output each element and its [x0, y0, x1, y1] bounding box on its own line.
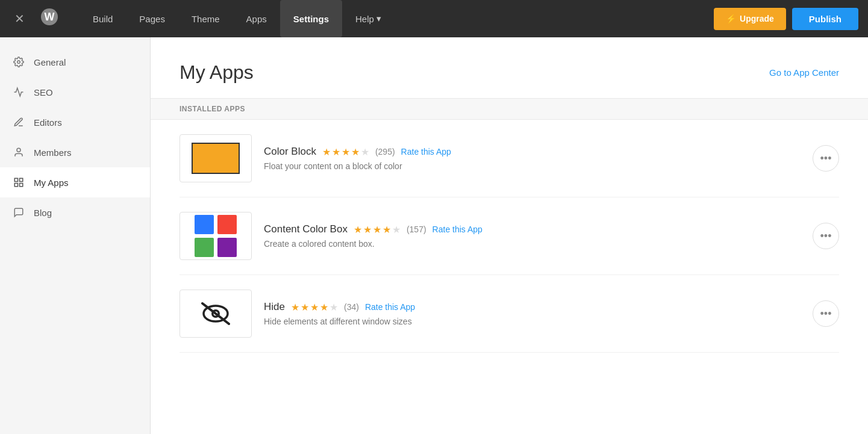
ellipsis-icon: ••• — [820, 152, 832, 165]
app-name-row: Hide ★ ★ ★ ★ ★ (34) Rate this App — [264, 301, 801, 313]
svg-rect-6 — [20, 184, 23, 187]
upgrade-button[interactable]: ⚡ Upgrade — [714, 8, 786, 30]
star-3: ★ — [373, 224, 381, 235]
app-menu-button[interactable]: ••• — [813, 223, 839, 249]
app-count: (295) — [375, 147, 395, 157]
section-header: INSTALLED APPS — [151, 98, 868, 120]
lightning-icon: ⚡ — [726, 14, 736, 23]
app-stars: ★ ★ ★ ★ ★ — [354, 224, 401, 235]
sidebar-label-editors: Editors — [34, 117, 62, 128]
app-name-row: Content Color Box ★ ★ ★ ★ ★ (157) Rate t… — [264, 223, 801, 235]
ccb-grid — [189, 212, 243, 260]
publish-button[interactable]: Publish — [792, 8, 858, 30]
star-2: ★ — [332, 146, 340, 158]
nav-build[interactable]: Build — [80, 0, 126, 37]
sidebar-label-blog: Blog — [34, 208, 52, 218]
ccb-cell-3 — [195, 238, 214, 257]
app-info-color-block: Color Block ★ ★ ★ ★ ★ (295) Rate this Ap… — [264, 146, 801, 171]
svg-rect-5 — [14, 184, 17, 187]
hide-svg-icon — [195, 299, 237, 329]
nav-pages[interactable]: Pages — [126, 0, 178, 37]
grid-icon — [12, 176, 25, 189]
star-4: ★ — [351, 146, 360, 158]
rate-this-app-link[interactable]: Rate this App — [432, 225, 482, 234]
top-nav: ✕ W Build Pages Theme Apps Settings Help… — [0, 0, 868, 37]
star-4: ★ — [320, 302, 328, 313]
app-stars: ★ ★ ★ ★ ★ — [291, 302, 338, 313]
star-4: ★ — [382, 224, 391, 235]
logo: W — [39, 6, 60, 32]
app-item-color-block: Color Block ★ ★ ★ ★ ★ (295) Rate this Ap… — [180, 120, 839, 197]
star-3: ★ — [310, 302, 319, 313]
star-1: ★ — [354, 224, 362, 235]
star-2: ★ — [301, 302, 309, 313]
app-count: (34) — [344, 302, 359, 312]
app-stars: ★ ★ ★ ★ ★ — [322, 146, 369, 158]
nav-apps[interactable]: Apps — [233, 0, 280, 37]
chat-icon — [12, 206, 25, 219]
nav-actions: ⚡ Upgrade Publish — [714, 8, 858, 30]
page-title: My Apps — [180, 61, 254, 84]
star-5: ★ — [392, 224, 401, 235]
app-name-row: Color Block ★ ★ ★ ★ ★ (295) Rate this Ap… — [264, 146, 801, 158]
app-info-hide: Hide ★ ★ ★ ★ ★ (34) Rate this App Hide e… — [264, 301, 801, 326]
star-5: ★ — [361, 146, 369, 158]
nav-help[interactable]: Help ▾ — [342, 0, 395, 37]
rate-this-app-link[interactable]: Rate this App — [401, 147, 451, 157]
sidebar-item-editors[interactable]: Editors — [0, 107, 150, 137]
color-block-preview — [192, 143, 240, 174]
go-to-app-center-link[interactable]: Go to App Center — [769, 67, 839, 78]
sidebar-label-members: Members — [34, 147, 72, 158]
sidebar: General SEO Editors Mem — [0, 37, 151, 434]
nav-settings[interactable]: Settings — [280, 0, 342, 37]
chevron-down-icon: ▾ — [376, 13, 381, 24]
gear-icon — [12, 55, 25, 69]
app-item-hide: Hide ★ ★ ★ ★ ★ (34) Rate this App Hide e… — [180, 275, 839, 353]
main-header: My Apps Go to App Center — [151, 37, 868, 98]
svg-text:W: W — [45, 11, 55, 23]
app-description: Hide elements at different window sizes — [264, 317, 801, 326]
app-description: Float your content on a block of color — [264, 161, 801, 171]
star-3: ★ — [342, 146, 350, 158]
app-menu-button[interactable]: ••• — [813, 300, 839, 327]
sidebar-label-my-apps: My Apps — [34, 178, 69, 188]
sidebar-item-seo[interactable]: SEO — [0, 77, 150, 107]
close-icon[interactable]: ✕ — [10, 9, 29, 28]
svg-rect-4 — [20, 178, 23, 181]
svg-point-1 — [17, 61, 20, 64]
sidebar-item-members[interactable]: Members — [0, 137, 150, 167]
star-1: ★ — [291, 302, 299, 313]
nav-theme[interactable]: Theme — [178, 0, 233, 37]
app-item-content-color-box: Content Color Box ★ ★ ★ ★ ★ (157) Rate t… — [180, 197, 839, 275]
app-list: Color Block ★ ★ ★ ★ ★ (295) Rate this Ap… — [151, 120, 868, 353]
app-menu-button[interactable]: ••• — [813, 145, 839, 172]
sidebar-item-my-apps[interactable]: My Apps — [0, 167, 150, 197]
sidebar-label-seo: SEO — [34, 87, 53, 98]
pencil-icon — [12, 116, 25, 129]
app-icon-hide — [180, 290, 252, 338]
app-icon-color-block — [180, 134, 252, 182]
app-icon-content-color-box — [180, 212, 252, 260]
layout: General SEO Editors Mem — [0, 37, 868, 434]
ccb-cell-1 — [195, 215, 214, 234]
rate-this-app-link[interactable]: Rate this App — [365, 302, 415, 312]
star-1: ★ — [322, 146, 331, 158]
ellipsis-icon: ••• — [820, 230, 832, 243]
sidebar-item-blog[interactable]: Blog — [0, 197, 150, 228]
app-name: Color Block — [264, 146, 316, 158]
star-5: ★ — [329, 302, 338, 313]
app-count: (157) — [407, 225, 426, 234]
nav-links: Build Pages Theme Apps Settings Help ▾ — [80, 0, 714, 37]
ccb-cell-2 — [217, 215, 237, 234]
sidebar-item-general[interactable]: General — [0, 47, 150, 77]
ellipsis-icon: ••• — [820, 308, 832, 320]
sidebar-label-general: General — [34, 57, 66, 67]
svg-point-2 — [17, 148, 20, 152]
app-name: Hide — [264, 301, 285, 313]
app-description: Create a colored content box. — [264, 239, 801, 249]
main-content: My Apps Go to App Center INSTALLED APPS … — [151, 37, 868, 434]
star-2: ★ — [363, 224, 372, 235]
person-icon — [12, 146, 25, 159]
app-info-ccb: Content Color Box ★ ★ ★ ★ ★ (157) Rate t… — [264, 223, 801, 249]
app-name: Content Color Box — [264, 223, 348, 235]
